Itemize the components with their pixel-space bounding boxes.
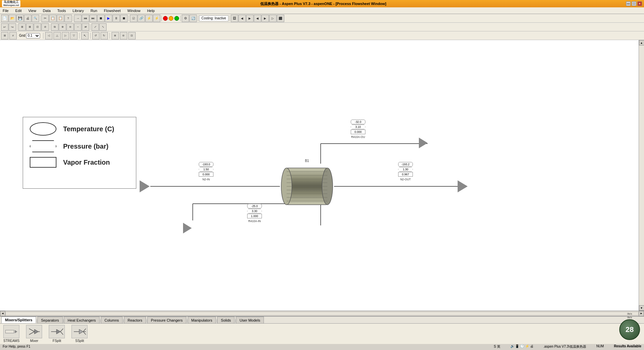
h-scroll-track[interactable] [6, 312, 638, 315]
tb-stop[interactable]: ⏹ [97, 15, 105, 22]
minimize-button[interactable]: — [626, 1, 631, 6]
svg-line-27 [60, 329, 63, 332]
scroll-down-button[interactable]: ▼ [639, 305, 644, 311]
tab-solids[interactable]: Solids [217, 317, 234, 323]
menu-window[interactable]: Window [126, 8, 142, 13]
tb2-icon3[interactable]: ⊡ [34, 23, 41, 31]
tb-open[interactable]: 📂 [9, 15, 16, 22]
tb-step[interactable]: ⏸ [113, 15, 120, 22]
scroll-up-button[interactable]: ▲ [639, 40, 644, 45]
tb-preview[interactable]: 🔍 [32, 15, 39, 22]
tb3-snap[interactable]: ⊞ [1, 32, 8, 39]
tb-paste[interactable]: 📋 [57, 15, 64, 22]
tab-manipulators[interactable]: Manipulators [188, 317, 216, 323]
n2-in-label: N2-IN [199, 178, 213, 181]
tb-link[interactable]: 🔗 [138, 15, 145, 22]
sep5 [180, 15, 181, 21]
tb2-icon9[interactable]: ⇌ [82, 23, 89, 31]
restore-button[interactable]: □ [632, 1, 636, 6]
tab-mixers-splitters[interactable]: Mixers/Splitters [1, 317, 36, 323]
tb-check[interactable]: ☑ [130, 15, 137, 22]
tb-img3[interactable]: ▶ [246, 15, 254, 22]
tb-copy[interactable]: 📋 [49, 15, 56, 22]
tb3-zoomfit[interactable]: ⊡ [128, 32, 136, 39]
heat-exchanger-b1[interactable]: B1 [280, 166, 334, 206]
tab-separators[interactable]: Separators [37, 317, 63, 323]
tb3-zoomout[interactable]: ⊖ [120, 32, 127, 39]
menu-view[interactable]: View [27, 8, 38, 13]
close-button[interactable]: × [637, 1, 642, 6]
tb-img[interactable]: 🖼 [231, 15, 238, 22]
tb3-prev1[interactable]: ◁ [45, 32, 52, 39]
tb2-undo[interactable]: ↩ [1, 23, 8, 31]
tb3-up[interactable]: △ [53, 32, 61, 39]
scroll-left-button[interactable]: ◄ [0, 311, 5, 316]
tb3-next1[interactable]: ▷ [62, 32, 69, 39]
menu-edit[interactable]: Edit [14, 8, 23, 13]
tb2-icon7[interactable]: ⊖ [66, 23, 74, 31]
menu-help[interactable]: Help [146, 8, 156, 13]
tb-print[interactable]: 🖨 [24, 15, 31, 22]
tb-arrow[interactable]: → [74, 15, 82, 22]
menu-file[interactable]: File [1, 8, 10, 13]
tb-help[interactable]: ? [64, 15, 72, 22]
vertical-scrollbar[interactable]: ▲ ▼ [639, 40, 644, 311]
tb-prev[interactable]: ⏮ [82, 15, 89, 22]
scroll-track[interactable] [639, 45, 644, 305]
tb-img5[interactable]: ▶ [262, 15, 269, 22]
tb-refresh[interactable]: 🔄 [189, 15, 197, 22]
tb2-icon8[interactable]: ↔ [74, 23, 82, 31]
horizontal-scrollbar[interactable]: ◄ ► [0, 311, 644, 316]
r410a-out-temp: -32.0 [351, 120, 365, 124]
tb3-zoomin[interactable]: ⊕ [112, 32, 119, 39]
tb3-redo[interactable]: ↻ [101, 32, 108, 39]
tb-img7[interactable]: ⬛ [277, 15, 284, 22]
tb-save[interactable]: 💾 [16, 15, 24, 22]
tb-gear[interactable]: ⚙ [182, 15, 189, 22]
tb-run3[interactable]: ⚡ [153, 15, 160, 22]
tb3-down[interactable]: ▽ [70, 32, 77, 39]
tab-pressure-changers[interactable]: Pressure Changers [147, 317, 186, 323]
menu-tools[interactable]: Tools [56, 8, 67, 13]
tb-cut[interactable]: ✂ [41, 15, 49, 22]
tb2-icon2[interactable]: ⊠ [26, 23, 33, 31]
tb-reinit[interactable]: ⏹ [120, 15, 128, 22]
tb-img2[interactable]: ◀ [238, 15, 246, 22]
tray-mixer[interactable]: Mixer [26, 325, 42, 343]
tb2-icon6[interactable]: ⊕ [59, 23, 66, 31]
tb2-icon1[interactable]: ⊞ [18, 23, 26, 31]
title-logo: 马后炮化工 Mahoupao.net [2, 0, 20, 7]
tb2-redo[interactable]: ↪ [9, 23, 16, 31]
grid-value-select[interactable]: 0.1 0.25 0.5 [26, 33, 40, 38]
r410a-out-label: R410A-OU [351, 135, 365, 139]
menu-flowsheet[interactable]: Flowsheet [103, 8, 122, 13]
tb-next[interactable]: ⏭ [90, 15, 97, 22]
menu-library[interactable]: Library [71, 8, 85, 13]
tb-run[interactable]: ▶ [105, 15, 112, 22]
tb-img6[interactable]: ▷ [269, 15, 277, 22]
tb3-grid[interactable]: # [9, 32, 17, 39]
tb2-icon4[interactable]: ⊘ [41, 23, 49, 31]
tb-run2[interactable]: ⚡ [145, 15, 153, 22]
tb2-icon5[interactable]: ⧉ [51, 23, 58, 31]
tab-columns[interactable]: Columns [101, 317, 123, 323]
n2-in-values: -193.0 1.50 0.000 N2-IN [199, 162, 213, 181]
tab-heat-exchangers[interactable]: Heat Exchangers [64, 317, 99, 323]
flowsheet-canvas[interactable]: B1 [0, 40, 639, 311]
r410a-in-pressure: 3.30 [247, 209, 262, 213]
tray-fsplit[interactable]: FSplit [49, 325, 65, 343]
grid-label: Grid [19, 34, 25, 37]
tab-reactors[interactable]: Reactors [124, 317, 146, 323]
tb2-icon11[interactable]: ⤡ [99, 23, 107, 31]
tray-streams[interactable]: STREAMS [3, 325, 19, 343]
grid-selector: Grid 0.1 0.25 0.5 [18, 33, 41, 38]
tb-img4[interactable]: ◀ [254, 15, 261, 22]
menu-data[interactable]: Data [41, 8, 52, 13]
tb2-icon10[interactable]: ⤢ [92, 23, 99, 31]
tab-user-models[interactable]: User Models [236, 317, 264, 323]
tb-new[interactable]: 📄 [1, 15, 8, 22]
menu-run[interactable]: Run [89, 8, 99, 13]
tb3-undo[interactable]: ↺ [92, 32, 100, 39]
tray-ssplit[interactable]: SSplit [71, 325, 88, 343]
tb3-cursor[interactable]: ↖ [81, 32, 89, 39]
